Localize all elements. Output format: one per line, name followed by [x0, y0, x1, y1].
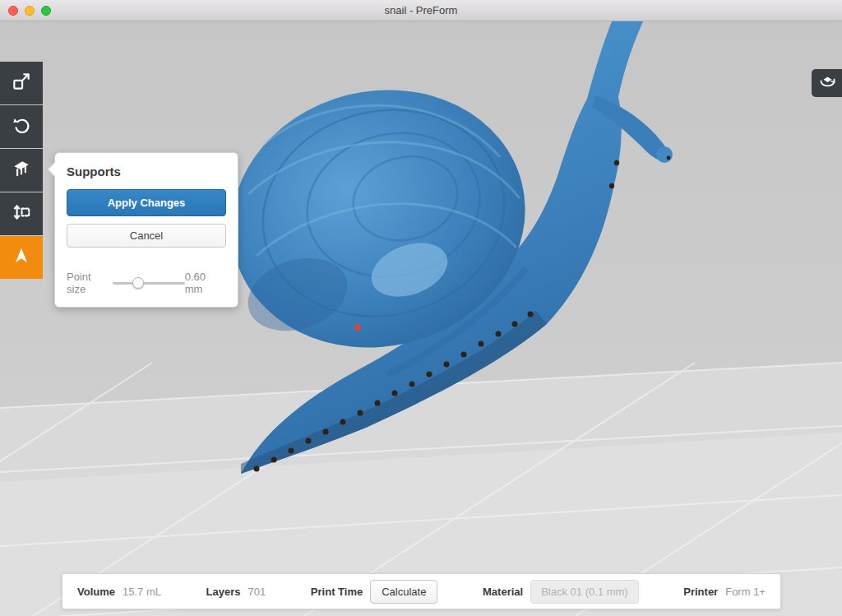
point-size-row: Point size 0.60 mm	[67, 271, 226, 295]
selected-support-point[interactable]	[354, 324, 361, 331]
orientation-icon	[11, 114, 32, 139]
sidebar-item-layout[interactable]	[0, 192, 43, 235]
sidebar-item-supports[interactable]	[0, 149, 43, 192]
cancel-button[interactable]: Cancel	[67, 224, 226, 248]
point-size-value: 0.60 mm	[185, 271, 226, 295]
supports-icon	[11, 158, 32, 183]
printer-value: Form 1+	[725, 586, 766, 598]
material-label: Material	[483, 586, 523, 598]
view-orbit-button[interactable]	[812, 69, 842, 97]
scale-icon	[11, 71, 32, 95]
volume-segment: Volume 15.7 mL	[77, 586, 161, 598]
print-time-segment: Print Time Calculate	[311, 580, 438, 604]
sidebar-item-orientation[interactable]	[0, 105, 43, 148]
volume-label: Volume	[77, 586, 115, 598]
print-time-label: Print Time	[311, 586, 363, 598]
tentacle-bulb	[656, 146, 673, 163]
app-window: snail - PreForm	[0, 0, 842, 616]
layers-value: 701	[248, 586, 266, 598]
sidebar-item-size[interactable]	[0, 62, 43, 104]
supports-panel: Supports Apply Changes Cancel Point size…	[54, 152, 238, 308]
viewport-canvas[interactable]	[0, 21, 842, 616]
slider-thumb[interactable]	[132, 277, 144, 289]
volume-value: 15.7 mL	[123, 586, 161, 598]
calculate-button[interactable]: Calculate	[370, 580, 437, 604]
printer-label: Printer	[683, 586, 718, 598]
toolbar-left	[0, 62, 43, 280]
material-select[interactable]: Black 01 (0.1 mm)	[530, 580, 638, 604]
panel-title: Supports	[67, 164, 226, 178]
material-segment: Material Black 01 (0.1 mm)	[483, 580, 639, 604]
orbit-view-icon	[817, 72, 837, 95]
printer-segment: Printer Form 1+	[683, 586, 766, 598]
apply-changes-button[interactable]: Apply Changes	[67, 189, 226, 216]
layers-label: Layers	[206, 586, 241, 598]
status-bar: Volume 15.7 mL Layers 701 Print Time Cal…	[62, 573, 781, 609]
layout-icon	[11, 201, 32, 226]
window-title: snail - PreForm	[0, 0, 842, 21]
viewport-3d[interactable]	[0, 21, 842, 616]
point-size-slider[interactable]	[113, 276, 185, 289]
slider-track[interactable]	[113, 282, 185, 285]
sidebar-item-print[interactable]	[0, 236, 43, 279]
titlebar: snail - PreForm	[0, 0, 842, 21]
layers-segment: Layers 701	[206, 586, 266, 598]
tentacle-tip-point	[667, 156, 671, 160]
print-icon	[11, 245, 32, 270]
point-size-label: Point size	[67, 271, 113, 295]
